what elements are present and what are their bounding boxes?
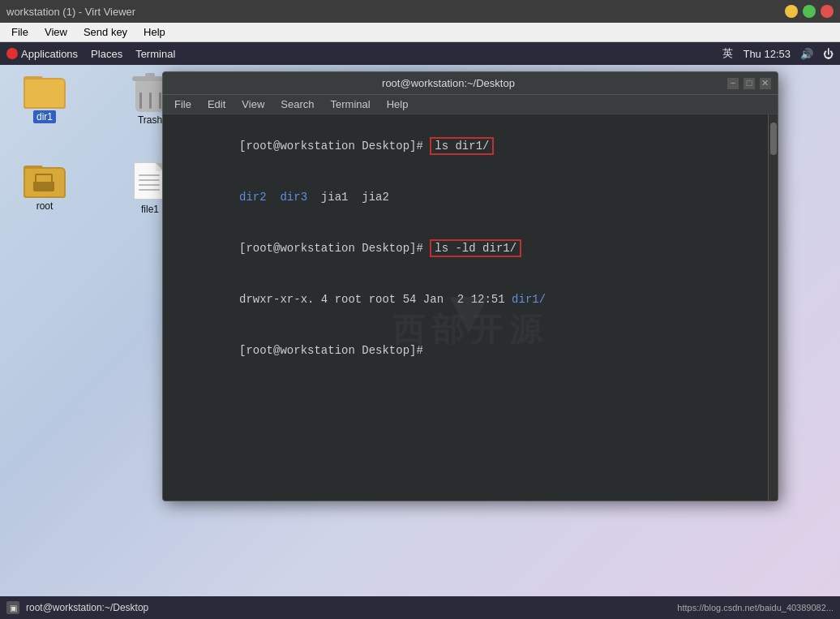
title-bar-buttons: − □ ✕ xyxy=(785,5,834,18)
terminal-win-buttons: − □ ✕ xyxy=(727,78,771,89)
menu-help[interactable]: Help xyxy=(135,24,174,40)
file-body xyxy=(134,162,165,200)
output-dir1-link: dir1/ xyxy=(512,293,546,306)
trash-line xyxy=(159,92,161,109)
terminal-menubar: File Edit View Search Terminal Help xyxy=(163,95,778,114)
home-folder-icon xyxy=(24,162,66,198)
cmd-box-2: ls -ld dir1/ xyxy=(430,239,521,257)
volume-icon[interactable]: 🔊 xyxy=(800,48,813,60)
output-jia1: jia1 xyxy=(321,191,349,204)
clock: Thu 12:53 xyxy=(743,48,791,60)
menu-bar: File View Send key Help xyxy=(0,23,840,42)
terminal-scrollbar-thumb[interactable] xyxy=(770,123,777,155)
desktop[interactable]: dir1 Trash xyxy=(0,65,840,596)
window-title: workstation (1) - Virt Viewer xyxy=(6,6,135,18)
icon-label-file1: file1 xyxy=(138,203,162,216)
desktop-icon-dir1[interactable]: dir1 xyxy=(12,73,77,123)
terminal-line-2: dir2 dir3 jia1 jia2 xyxy=(171,172,769,223)
terminal-scrollbar[interactable] xyxy=(768,114,778,501)
term-menu-terminal[interactable]: Terminal xyxy=(323,97,379,112)
prompt-3: [root@workstation Desktop]# xyxy=(239,242,430,255)
power-icon[interactable]: ⏻ xyxy=(823,48,834,60)
folder-icon xyxy=(24,73,66,109)
terminal-line-5: [root@workstation Desktop]# xyxy=(171,325,769,376)
taskbar-task-label[interactable]: root@workstation:~/Desktop xyxy=(26,602,148,613)
file-icon xyxy=(134,162,166,201)
menu-view[interactable]: View xyxy=(36,24,75,40)
cmd-box-1: ls dir1/ xyxy=(430,137,494,155)
terminal-maximize-button[interactable]: □ xyxy=(744,78,755,89)
terminal-button[interactable]: Terminal xyxy=(135,48,175,60)
top-panel-right: 英 Thu 12:53 🔊 ⏻ xyxy=(722,46,834,61)
trash-icon xyxy=(134,73,166,112)
file-line xyxy=(139,174,160,176)
term-menu-edit[interactable]: Edit xyxy=(199,97,234,112)
file-line xyxy=(139,179,160,181)
title-bar: workstation (1) - Virt Viewer − □ ✕ xyxy=(0,0,840,23)
trash-body xyxy=(135,81,165,112)
terminal-title: root@workstation:~/Desktop xyxy=(382,77,515,89)
terminal-window[interactable]: root@workstation:~/Desktop − □ ✕ File Ed… xyxy=(162,71,778,501)
file-lines xyxy=(139,174,160,191)
terminal-line-4: drwxr-xr-x. 4 root root 54 Jan 2 12:51 d… xyxy=(171,274,769,325)
output-jia2: jia2 xyxy=(362,191,389,204)
menu-sendkey[interactable]: Send key xyxy=(75,24,135,40)
output-dir3: dir3 xyxy=(280,191,307,204)
terminal-titlebar: root@workstation:~/Desktop − □ ✕ xyxy=(163,72,778,95)
terminal-minimize-button[interactable]: − xyxy=(727,78,739,89)
trash-line xyxy=(139,92,142,109)
locale-indicator[interactable]: 英 xyxy=(722,46,733,61)
top-panel: Applications Places Terminal 英 Thu 12:53… xyxy=(0,42,840,65)
term-menu-search[interactable]: Search xyxy=(272,97,322,112)
folder-body-inner xyxy=(25,80,64,107)
applications-label: Applications xyxy=(21,48,78,60)
terminal-line-1: [root@workstation Desktop]# ls dir1/ xyxy=(171,121,769,172)
minimize-button[interactable]: − xyxy=(785,5,798,18)
prompt-1: [root@workstation Desktop]# xyxy=(239,140,430,153)
file-line xyxy=(139,184,160,186)
terminal-close-button[interactable]: ✕ xyxy=(760,78,771,89)
redhat-logo xyxy=(6,48,18,59)
desktop-icon-root[interactable]: root xyxy=(12,162,77,213)
term-menu-file[interactable]: File xyxy=(166,97,199,112)
output-permissions: drwxr-xr-x. 4 root root 54 Jan 2 12:51 xyxy=(239,293,512,306)
terminal-body[interactable]: [root@workstation Desktop]# ls dir1/ dir… xyxy=(163,114,778,501)
bottom-bar-left: ▣ root@workstation:~/Desktop xyxy=(6,601,148,614)
icon-label-root: root xyxy=(33,200,57,213)
close-button[interactable]: ✕ xyxy=(821,5,834,18)
trash-line xyxy=(149,92,152,109)
output-dir2: dir2 xyxy=(239,191,267,204)
places-button[interactable]: Places xyxy=(91,48,122,60)
maximize-button[interactable]: □ xyxy=(803,5,816,18)
icon-label-trash: Trash xyxy=(135,114,165,127)
bottom-bar: ▣ root@workstation:~/Desktop https://blo… xyxy=(0,596,840,619)
trash-lines xyxy=(135,92,165,109)
icon-label-dir1: dir1 xyxy=(33,110,56,123)
folder-body-inner xyxy=(25,169,64,196)
file-line xyxy=(139,189,160,191)
applications-button[interactable]: Applications xyxy=(6,48,78,60)
term-menu-view[interactable]: View xyxy=(234,97,272,112)
prompt-5: [root@workstation Desktop]# xyxy=(239,344,430,357)
terminal-taskbar-icon: ▣ xyxy=(6,601,19,614)
term-menu-help[interactable]: Help xyxy=(379,97,417,112)
terminal-line-3: [root@workstation Desktop]# ls -ld dir1/ xyxy=(171,223,769,274)
bottom-bar-url: https://blog.csdn.net/baidu_40389082... xyxy=(677,603,834,613)
menu-file[interactable]: File xyxy=(3,24,36,40)
top-panel-left: Applications Places Terminal xyxy=(6,48,175,60)
